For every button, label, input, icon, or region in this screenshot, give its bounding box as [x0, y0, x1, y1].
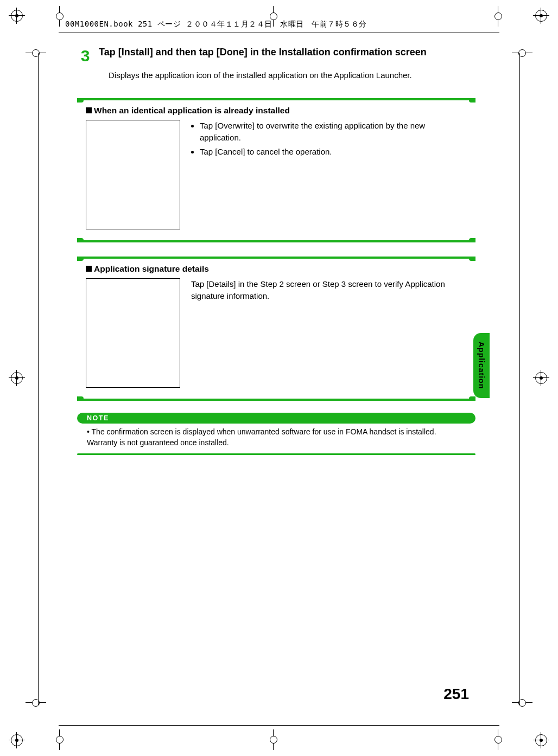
- print-header-line: 00M1000EN.book 251 ページ ２００４年１１月２４日 水曜日 午…: [65, 20, 367, 29]
- note-block: NOTE • The confirmation screen is displa…: [77, 413, 475, 455]
- callout-bottom-rule: [77, 240, 475, 242]
- callout-identical-app: When an identical application is already…: [77, 98, 475, 242]
- crop-mark-icon: [487, 5, 509, 27]
- registration-mark-icon: [9, 370, 25, 386]
- crop-mark-icon: [487, 729, 509, 751]
- callout-text: Tap [Details] in the Step 2 screen or St…: [191, 278, 467, 388]
- registration-mark-icon: [533, 370, 549, 386]
- crop-mark-icon: [49, 729, 71, 751]
- callout-bottom-rule: [77, 399, 475, 401]
- section-side-tab: Application: [473, 333, 490, 398]
- screenshot-placeholder: [86, 278, 180, 388]
- step-number: 3: [77, 46, 93, 64]
- callout-title: When an identical application is already…: [86, 106, 475, 116]
- page-content: 3 Tap [Install] and then tap [Done] in t…: [77, 46, 475, 455]
- registration-mark-icon: [533, 732, 549, 748]
- registration-mark-icon: [9, 8, 25, 24]
- note-bottom-rule: [77, 453, 475, 455]
- callout-top-rule: [77, 98, 475, 100]
- callout-title: Application signature details: [86, 264, 475, 274]
- registration-mark-icon: [9, 732, 25, 748]
- note-text: • The confirmation screen is displayed w…: [77, 424, 475, 453]
- callout-text: Tap [Overwrite] to overwrite the existin…: [191, 120, 467, 229]
- page-number: 251: [443, 685, 469, 703]
- registration-mark-icon: [533, 8, 549, 24]
- step-title: Tap [Install] and then tap [Done] in the…: [99, 46, 475, 59]
- square-bullet-icon: [86, 266, 92, 272]
- screenshot-placeholder: [86, 120, 180, 229]
- square-bullet-icon: [86, 107, 92, 113]
- list-item: Tap [Overwrite] to overwrite the existin…: [200, 120, 467, 144]
- callout-signature-details: Application signature details Tap [Detai…: [77, 257, 475, 401]
- callout-top-rule: [77, 257, 475, 259]
- crop-mark-icon: [263, 729, 284, 751]
- step-description: Displays the application icon of the ins…: [109, 71, 475, 80]
- note-label-bar: NOTE: [77, 413, 475, 424]
- list-item: Tap [Cancel] to cancel the operation.: [200, 146, 467, 158]
